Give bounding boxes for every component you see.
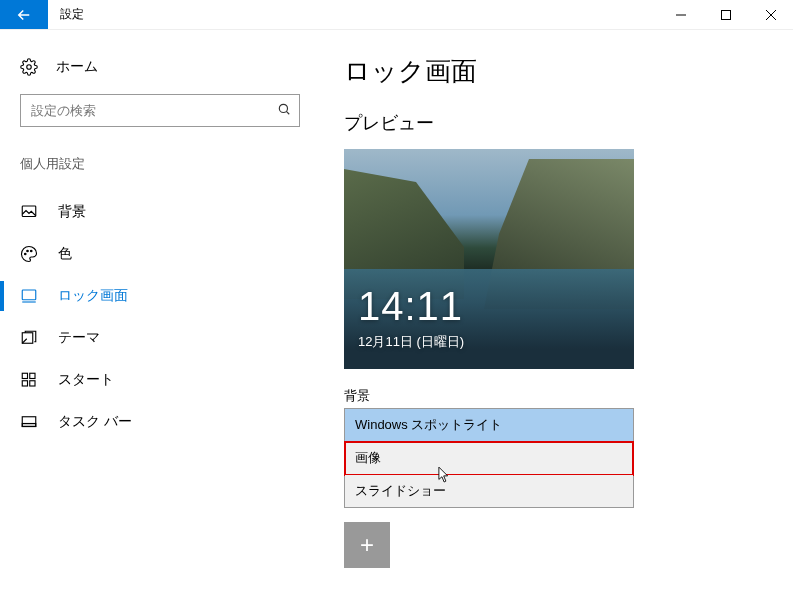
minimize-button[interactable]: [658, 0, 703, 29]
sidebar-item-label: 色: [58, 245, 72, 263]
preview-clock: 14:11: [358, 284, 463, 329]
sidebar-item-start[interactable]: スタート: [20, 359, 310, 401]
taskbar-icon: [20, 413, 38, 431]
search-input[interactable]: [20, 94, 300, 127]
sidebar-item-label: 背景: [58, 203, 86, 221]
svg-rect-7: [22, 206, 36, 217]
search-field[interactable]: [31, 103, 277, 118]
start-icon: [20, 371, 38, 389]
dropdown-option-spotlight[interactable]: Windows スポットライト: [345, 409, 633, 442]
svg-line-6: [286, 111, 289, 114]
search-icon: [277, 102, 291, 119]
sidebar-item-label: ロック画面: [58, 287, 128, 305]
dropdown-option-label: Windows スポットライト: [355, 416, 502, 434]
sidebar-item-label: テーマ: [58, 329, 100, 347]
svg-point-5: [279, 104, 287, 112]
svg-rect-17: [30, 381, 35, 386]
close-button[interactable]: [748, 0, 793, 29]
maximize-button[interactable]: [703, 0, 748, 29]
dropdown-option-label: スライドショー: [355, 482, 446, 500]
gear-icon: [20, 58, 38, 76]
sidebar-item-themes[interactable]: テーマ: [20, 317, 310, 359]
svg-rect-11: [22, 290, 36, 300]
lockscreen-icon: [20, 287, 38, 305]
svg-point-4: [27, 65, 32, 70]
dropdown-option-label: 画像: [355, 449, 381, 467]
page-title: ロック画面: [344, 54, 753, 89]
window-title: 設定: [48, 0, 84, 29]
svg-point-8: [25, 253, 27, 255]
sidebar-item-label: スタート: [58, 371, 114, 389]
home-label: ホーム: [56, 58, 98, 76]
preview-heading: プレビュー: [344, 111, 753, 135]
svg-point-10: [31, 250, 33, 252]
sidebar-item-label: タスク バー: [58, 413, 132, 431]
preview-date: 12月11日 (日曜日): [358, 333, 464, 351]
svg-rect-15: [30, 373, 35, 378]
dropdown-option-slideshow[interactable]: スライドショー: [345, 475, 633, 508]
background-label: 背景: [344, 387, 753, 405]
palette-icon: [20, 245, 38, 263]
section-header: 個人用設定: [20, 155, 310, 173]
svg-rect-16: [22, 381, 27, 386]
svg-rect-19: [22, 424, 36, 427]
svg-rect-1: [721, 10, 730, 19]
lockscreen-preview: 14:11 12月11日 (日曜日): [344, 149, 634, 369]
sidebar-item-taskbar[interactable]: タスク バー: [20, 401, 310, 443]
sidebar-item-colors[interactable]: 色: [20, 233, 310, 275]
picture-icon: [20, 203, 38, 221]
add-button[interactable]: +: [344, 522, 390, 568]
sidebar-item-lockscreen[interactable]: ロック画面: [20, 275, 310, 317]
background-dropdown[interactable]: Windows スポットライト 画像 スライドショー: [344, 408, 634, 508]
dropdown-option-picture[interactable]: 画像: [345, 442, 633, 475]
home-nav[interactable]: ホーム: [20, 50, 310, 94]
svg-rect-14: [22, 373, 27, 378]
theme-icon: [20, 329, 38, 347]
sidebar-item-background[interactable]: 背景: [20, 191, 310, 233]
back-button[interactable]: [0, 0, 48, 29]
svg-point-9: [27, 250, 29, 252]
